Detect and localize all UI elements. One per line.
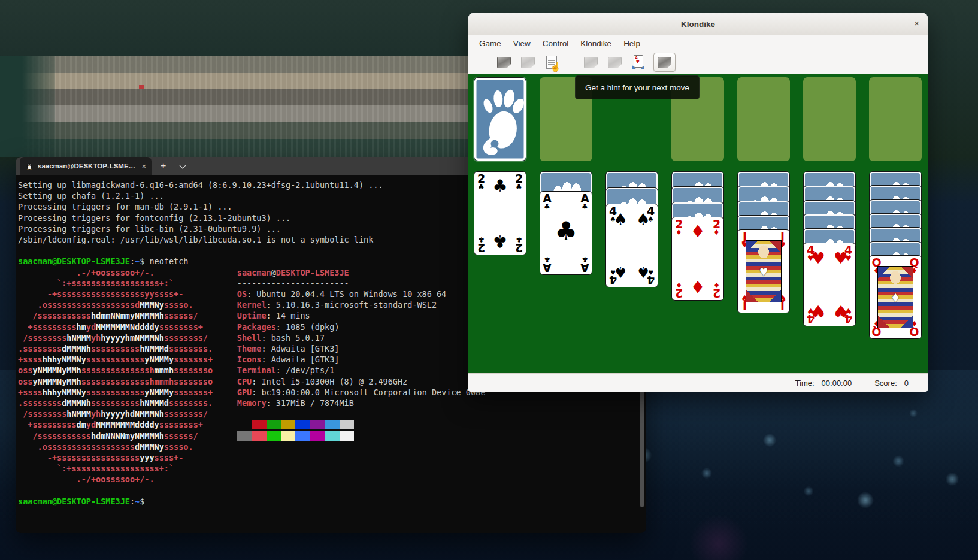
gnome-foot-icon xyxy=(474,78,527,162)
scrollbar-thumb[interactable] xyxy=(640,382,644,507)
close-button[interactable]: × xyxy=(914,19,919,28)
card-J-hearts[interactable]: J♥J♥J♥J♥ xyxy=(737,229,790,313)
card-corner-index: 2♣ xyxy=(476,174,486,190)
redo-button[interactable] xyxy=(605,53,623,71)
menu-bar: GameViewControlKlondikeHelp xyxy=(468,35,928,51)
card-corner-index: 2♣ xyxy=(514,174,524,190)
foundation-slot-2[interactable] xyxy=(737,77,790,161)
hint-button[interactable] xyxy=(653,53,676,72)
card-corner-index: A♣ xyxy=(580,256,590,273)
court-card-art xyxy=(746,240,782,302)
select-game-icon: ☝ xyxy=(546,56,557,69)
time-value: 00:00:00 xyxy=(822,379,852,388)
restart-icon xyxy=(521,57,535,68)
suit-pip: ♥ xyxy=(811,302,825,320)
undo-icon xyxy=(584,57,598,68)
terminal-tab[interactable]: saacman@DESKTOP-LSME3JE × xyxy=(20,157,152,175)
suit-pip: ♠ xyxy=(636,263,650,281)
klondike-window: Klondike × GameViewControlKlondikeHelp ☝… xyxy=(468,13,928,391)
game-board: 2♣2♣2♣2♣♣♣A♣A♣A♣A♣♣4♠4♠4♠4♠♠♠♠♠2♦2♦2♦2♦♦… xyxy=(468,74,928,373)
toolbar: ☝A♥ xyxy=(468,51,928,74)
suit-pip: ♥ xyxy=(834,249,847,267)
suit-pip: ♣ xyxy=(492,231,507,250)
select-game-button[interactable]: ☝ xyxy=(543,53,561,71)
heart-pip: ♥ xyxy=(636,59,640,65)
card-corner-index: 2♦ xyxy=(674,281,684,298)
card-Q-diamonds[interactable]: Q♦Q♦Q♦Q♦ xyxy=(869,255,922,339)
score-label: Score: xyxy=(874,379,897,388)
suit-pip: ♠ xyxy=(613,263,627,281)
suit-pip: ♦ xyxy=(690,222,705,241)
card-corner-index: A♣ xyxy=(542,193,552,210)
new-game-button[interactable] xyxy=(495,53,513,71)
toolbar-separator xyxy=(571,55,571,69)
tux-penguin-icon xyxy=(25,162,34,170)
menu-help[interactable]: Help xyxy=(617,37,646,50)
deal-cards-icon: A♥ xyxy=(631,55,646,69)
stock-pile[interactable] xyxy=(474,77,526,161)
foundation-slot-4[interactable] xyxy=(869,77,922,161)
card-corner-index: 2♦ xyxy=(711,281,722,298)
chevron-down-icon xyxy=(180,162,186,168)
suit-pip: ♥ xyxy=(834,302,847,320)
time-label: Time: xyxy=(795,379,815,388)
hint-icon xyxy=(658,57,671,68)
window-title: Klondike xyxy=(681,20,715,29)
restart-button[interactable] xyxy=(519,53,537,71)
suit-pip: ♦ xyxy=(690,276,705,296)
menu-game[interactable]: Game xyxy=(473,37,507,50)
suit-pip: ♣ xyxy=(555,216,577,245)
undo-button[interactable] xyxy=(582,53,599,71)
tab-dropdown-button[interactable] xyxy=(177,165,189,168)
pointing-hand-icon: ☝ xyxy=(550,62,561,72)
foundation-slot-3[interactable] xyxy=(803,77,856,161)
card-2-diamonds[interactable]: 2♦2♦2♦2♦♦♦ xyxy=(671,217,724,301)
wallpaper-glitch-stripes xyxy=(0,56,468,157)
suit-pip: ♥ xyxy=(811,249,825,267)
card-corner-index: 2♣ xyxy=(514,236,524,253)
terminal-output: Setting up libmagickwand-6.q16-6:amd64 (… xyxy=(18,180,485,507)
card-corner-index: A♣ xyxy=(542,256,552,273)
redo-icon xyxy=(608,57,622,68)
desktop: saacman@DESKTOP-LSME3JE × + Setting up l… xyxy=(0,0,978,560)
menu-control[interactable]: Control xyxy=(537,37,575,50)
card-2-clubs[interactable]: 2♣2♣2♣2♣♣♣ xyxy=(474,171,526,255)
card-4-spades[interactable]: 4♠4♠4♠4♠♠♠♠♠ xyxy=(605,204,658,287)
klondike-titlebar[interactable]: Klondike × xyxy=(468,13,928,35)
tab-close-icon[interactable]: × xyxy=(141,162,146,170)
suit-pip: ♠ xyxy=(636,210,650,228)
card-corner-index: A♣ xyxy=(580,193,590,210)
card-corner-index: 2♦ xyxy=(711,219,722,236)
menu-view[interactable]: View xyxy=(507,37,537,50)
card-4-hearts[interactable]: 4♥4♥4♥4♥♥♥♥♥ xyxy=(803,243,856,326)
new-tab-button[interactable]: + xyxy=(161,161,166,171)
terminal-tab-title: saacman@DESKTOP-LSME3JE xyxy=(38,162,137,169)
card-corner-index: 2♦ xyxy=(674,219,684,236)
suit-pip: ♣ xyxy=(492,176,507,196)
card-A-clubs[interactable]: A♣A♣A♣A♣♣ xyxy=(540,191,592,275)
new-game-icon xyxy=(497,57,511,68)
suit-pip: ♠ xyxy=(613,210,627,228)
wallpaper-red-dot xyxy=(139,85,144,89)
court-card-art xyxy=(877,266,913,328)
menu-klondike[interactable]: Klondike xyxy=(574,37,617,50)
card-corner-index: 2♣ xyxy=(476,236,486,253)
mini-card: A♥ xyxy=(634,55,643,68)
deal-button[interactable]: A♥ xyxy=(629,53,647,71)
status-bar: Time: 00:00:00 Score: 0 xyxy=(468,373,928,392)
score-value: 0 xyxy=(904,379,909,388)
tooltip: Get a hint for your next move xyxy=(575,75,700,99)
